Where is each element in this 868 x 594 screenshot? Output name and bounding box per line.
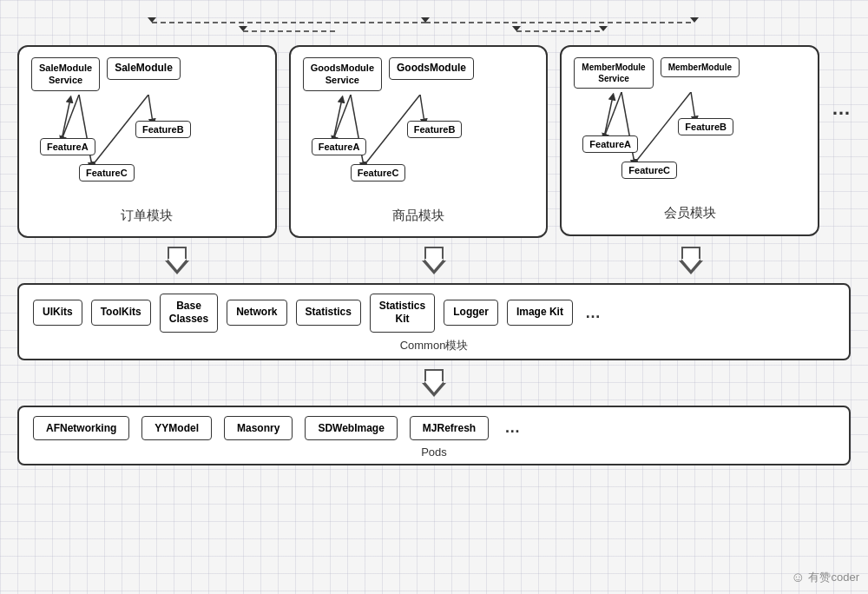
svg-marker-4 bbox=[148, 17, 156, 23]
member-group-label: 会员模块 bbox=[574, 205, 806, 221]
pods-yymodel: YYModel bbox=[141, 416, 212, 440]
common-baseclasses: BaseClasses bbox=[160, 294, 218, 333]
pods-afnetworking: AFNetworking bbox=[33, 416, 129, 440]
common-statistics-kit: StatisticsKit bbox=[370, 294, 435, 333]
main-container: SaleModuleService SaleModule bbox=[0, 0, 868, 594]
member-module-box: MemberModule bbox=[661, 57, 740, 77]
goods-module-box: GoodsModule bbox=[389, 57, 474, 80]
single-arrow-row bbox=[17, 369, 851, 397]
goods-group-label: 商品模块 bbox=[303, 208, 535, 224]
member-feature-a: FeatureA bbox=[582, 135, 638, 153]
goods-feature-c: FeatureC bbox=[351, 164, 406, 182]
goods-feature-b: FeatureB bbox=[407, 121, 463, 138]
goods-feature-a: FeatureA bbox=[312, 138, 367, 155]
member-module-group: MemberModuleService MemberModule F bbox=[560, 45, 819, 236]
down-arrow-3 bbox=[679, 247, 703, 274]
svg-marker-7 bbox=[239, 26, 247, 31]
goods-module-inner: GoodsModuleService GoodsModule bbox=[303, 57, 535, 91]
svg-line-22 bbox=[691, 92, 695, 120]
pods-items: AFNetworking YYModel Masonry SDWebImage … bbox=[33, 416, 835, 440]
svg-marker-9 bbox=[599, 26, 608, 31]
pods-sdwebimage: SDWebImage bbox=[305, 416, 397, 440]
common-network: Network bbox=[227, 300, 286, 326]
sale-module-inner: SaleModuleService SaleModule bbox=[31, 57, 263, 91]
common-logger: Logger bbox=[444, 300, 498, 326]
svg-line-12 bbox=[148, 95, 153, 122]
common-statistics: Statistics bbox=[296, 300, 361, 326]
common-uikits: UIKits bbox=[33, 300, 82, 326]
sale-module-service-box: SaleModuleService bbox=[31, 57, 100, 91]
goods-module-group: GoodsModuleService GoodsModule Fea bbox=[289, 45, 549, 238]
common-ellipsis: … bbox=[585, 304, 601, 322]
pods-ellipsis: … bbox=[504, 419, 520, 437]
down-arrow-to-pods bbox=[422, 369, 446, 397]
svg-marker-6 bbox=[690, 17, 699, 23]
sale-group-label: 订单模块 bbox=[31, 208, 263, 224]
pods-module: AFNetworking YYModel Masonry SDWebImage … bbox=[17, 406, 851, 465]
down-arrow-1 bbox=[165, 247, 189, 274]
sale-module-box: SaleModule bbox=[107, 57, 181, 80]
svg-marker-5 bbox=[421, 17, 430, 23]
modules-ellipsis: … bbox=[832, 45, 851, 120]
pods-label: Pods bbox=[33, 446, 835, 459]
common-module: UIKits ToolKits BaseClasses Network Stat… bbox=[17, 283, 851, 360]
common-label: Common模块 bbox=[33, 338, 835, 353]
common-items: UIKits ToolKits BaseClasses Network Stat… bbox=[33, 294, 835, 333]
member-module-inner: MemberModuleService MemberModule bbox=[574, 57, 806, 89]
sale-feature-c: FeatureC bbox=[79, 164, 135, 182]
svg-marker-8 bbox=[512, 26, 521, 31]
sale-feature-b: FeatureB bbox=[135, 121, 191, 138]
pods-mjrefresh: MJRefresh bbox=[410, 416, 489, 440]
watermark: ☺ 有赞coder bbox=[791, 570, 859, 585]
svg-line-17 bbox=[420, 95, 424, 122]
modules-row: SaleModuleService SaleModule bbox=[17, 45, 851, 238]
common-toolkits: ToolKits bbox=[91, 300, 151, 326]
common-imagekit: Image Kit bbox=[507, 300, 573, 326]
sale-feature-a: FeatureA bbox=[40, 138, 95, 155]
pods-masonry: Masonry bbox=[224, 416, 293, 440]
member-feature-b: FeatureB bbox=[678, 118, 733, 135]
dashed-connectors-area bbox=[17, 14, 851, 45]
watermark-text: 有赞coder bbox=[808, 570, 859, 585]
sale-module-group: SaleModuleService SaleModule bbox=[17, 45, 277, 238]
down-arrow-2 bbox=[422, 247, 446, 274]
member-module-service-box: MemberModuleService bbox=[574, 57, 653, 89]
goods-module-service-box: GoodsModuleService bbox=[303, 57, 382, 91]
member-feature-c: FeatureC bbox=[621, 162, 677, 179]
down-arrows-row-1 bbox=[78, 247, 790, 274]
